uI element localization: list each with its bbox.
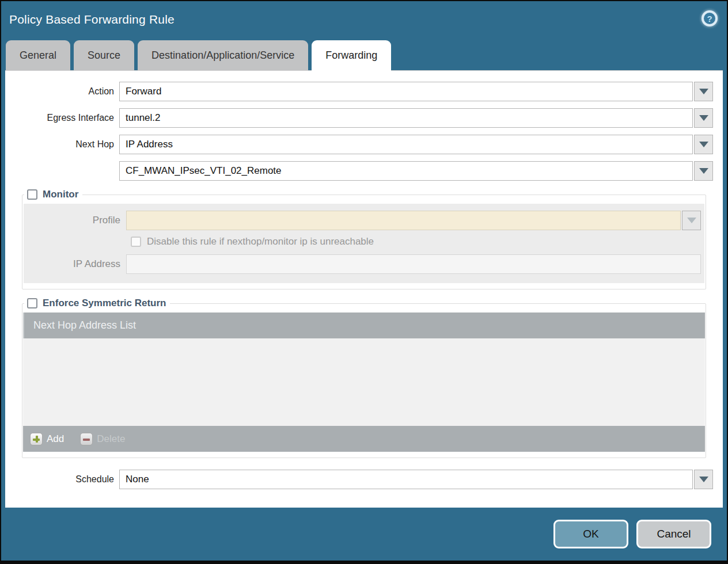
schedule-row: Schedule None: [5, 470, 713, 489]
chevron-down-icon: [699, 168, 708, 174]
next-hop-address-table: Next Hop Address List Add Delete: [23, 313, 705, 452]
action-label: Action: [5, 86, 119, 97]
action-row: Action Forward: [5, 82, 713, 101]
monitor-disabled-panel: Profile Disable this rule if nexthop/mon…: [24, 204, 704, 283]
disable-rule-label: Disable this rule if nexthop/monitor ip …: [147, 236, 374, 247]
action-dropdown-button[interactable]: [694, 82, 713, 101]
next-hop-label: Next Hop: [5, 139, 119, 150]
disable-rule-checkbox: [131, 237, 141, 247]
dialog-titlebar: Policy Based Forwarding Rule ?: [1, 1, 727, 39]
next-hop-address-dropdown-button[interactable]: [694, 161, 713, 181]
cancel-button[interactable]: Cancel: [636, 520, 711, 548]
tab-label: Source: [88, 49, 120, 62]
tab-bar: General Source Destination/Application/S…: [5, 40, 723, 70]
egress-interface-dropdown-button[interactable]: [694, 108, 713, 128]
enforce-symmetric-return-legend-label: Enforce Symmetric Return: [43, 298, 166, 309]
policy-based-forwarding-rule-dialog: Policy Based Forwarding Rule ? General S…: [1, 1, 727, 561]
monitor-ip-address-input: [126, 254, 701, 274]
monitor-ip-address-row: IP Address: [24, 254, 704, 274]
next-hop-address-row: CF_MWAN_IPsec_VTI_02_Remote: [5, 161, 713, 181]
add-button[interactable]: Add: [30, 433, 64, 445]
next-hop-type-select[interactable]: IP Address: [119, 135, 693, 154]
forwarding-tab-panel: Action Forward Egress Interface tunnel.2…: [5, 70, 723, 508]
enforce-symmetric-return-checkbox[interactable]: [27, 298, 37, 308]
chevron-down-icon: [687, 218, 696, 223]
egress-interface-combo: tunnel.2: [119, 108, 713, 128]
next-hop-address-list-toolbar: Add Delete: [23, 426, 705, 452]
next-hop-type-combo: IP Address: [119, 135, 713, 154]
ok-button[interactable]: OK: [553, 520, 628, 548]
monitor-profile-label: Profile: [24, 215, 126, 226]
next-hop-address-list-body: [23, 338, 705, 426]
dialog-footer: OK Cancel: [1, 508, 727, 561]
next-hop-address-select[interactable]: CF_MWAN_IPsec_VTI_02_Remote: [119, 161, 693, 181]
delete-button-label: Delete: [97, 433, 125, 445]
minus-icon: [80, 433, 93, 445]
monitor-disable-rule-row: Disable this rule if nexthop/monitor ip …: [131, 236, 704, 247]
tab-general[interactable]: General: [6, 40, 70, 70]
chevron-down-icon: [699, 477, 708, 482]
next-hop-row: Next Hop IP Address: [5, 135, 713, 154]
chevron-down-icon: [699, 115, 708, 121]
delete-button: Delete: [80, 433, 125, 445]
monitor-profile-select: [126, 211, 681, 230]
action-combo: Forward: [119, 82, 713, 101]
monitor-section: Monitor Profile Disable this rule if nex…: [22, 189, 706, 289]
monitor-ip-address-label: IP Address: [24, 258, 126, 270]
monitor-legend: Monitor: [24, 189, 82, 200]
egress-interface-select[interactable]: tunnel.2: [119, 108, 693, 128]
tab-label: General: [20, 49, 56, 62]
tab-label: Destination/Application/Service: [151, 49, 294, 62]
monitor-legend-label: Monitor: [43, 189, 78, 200]
egress-interface-row: Egress Interface tunnel.2: [5, 108, 713, 128]
monitor-profile-row: Profile: [24, 211, 704, 230]
next-hop-address-list-header-label: Next Hop Address List: [33, 319, 136, 331]
add-button-label: Add: [47, 433, 64, 445]
plus-icon: [30, 433, 43, 445]
help-icon-glyph: ?: [707, 14, 712, 24]
schedule-select[interactable]: None: [119, 470, 693, 489]
dialog-title: Policy Based Forwarding Rule: [9, 13, 175, 26]
tab-source[interactable]: Source: [74, 40, 134, 70]
monitor-checkbox[interactable]: [27, 189, 37, 200]
action-select[interactable]: Forward: [119, 82, 693, 101]
egress-interface-label: Egress Interface: [5, 113, 119, 123]
schedule-dropdown-button[interactable]: [694, 470, 713, 489]
next-hop-type-dropdown-button[interactable]: [694, 135, 713, 154]
enforce-symmetric-return-section: Enforce Symmetric Return Next Hop Addres…: [22, 298, 706, 458]
schedule-label: Schedule: [5, 474, 119, 485]
chevron-down-icon: [699, 142, 708, 147]
next-hop-address-combo: CF_MWAN_IPsec_VTI_02_Remote: [119, 161, 713, 181]
monitor-profile-dropdown-button: [682, 211, 701, 230]
help-icon[interactable]: ?: [702, 10, 718, 26]
enforce-symmetric-return-legend: Enforce Symmetric Return: [24, 298, 170, 309]
tab-destination-application-service[interactable]: Destination/Application/Service: [138, 40, 308, 70]
tab-label: Forwarding: [325, 49, 377, 62]
tab-forwarding[interactable]: Forwarding: [312, 40, 391, 71]
next-hop-address-list-header: Next Hop Address List: [23, 313, 705, 338]
schedule-combo: None: [119, 470, 713, 489]
chevron-down-icon: [699, 89, 708, 94]
